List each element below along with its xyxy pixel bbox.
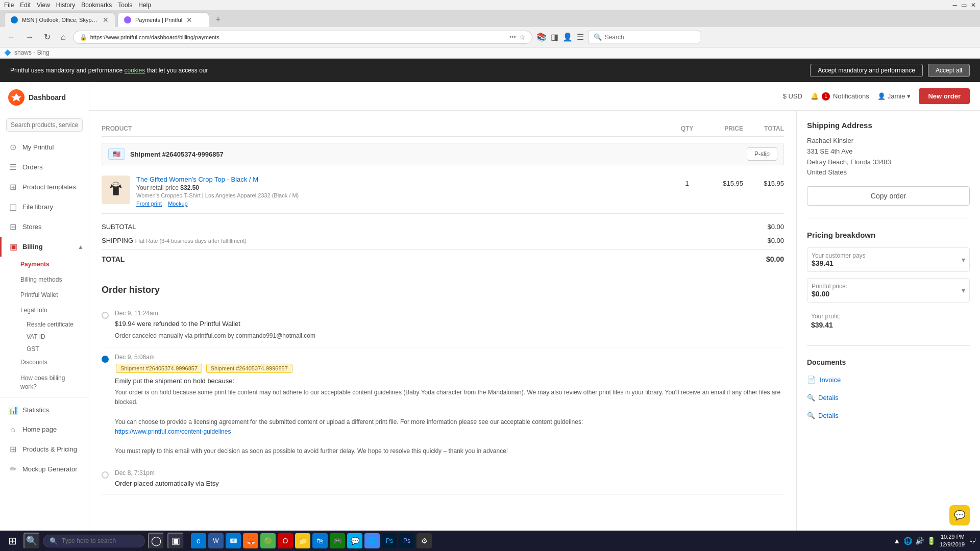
menu-file[interactable]: File [4, 2, 14, 9]
tab-msn-close[interactable]: ✕ [103, 16, 109, 24]
sidebar-sub-resale-certificate[interactable]: Resale certificate [0, 318, 89, 330]
taskbar-word-icon[interactable]: W [208, 533, 224, 548]
address-more-icon[interactable]: ••• [509, 34, 516, 41]
taskbar-firefox-icon[interactable]: 🦊 [243, 533, 258, 548]
sidebar-sub-printful-wallet[interactable]: Printful Wallet [0, 287, 89, 303]
shipping-address-section: Shipping Address Rachael Kinsler 331 SE … [807, 121, 970, 178]
front-print-link[interactable]: Front print [136, 201, 162, 207]
copy-order-button[interactable]: Copy order [807, 186, 970, 206]
sidebar-item-orders[interactable]: ☰ Orders [0, 157, 89, 177]
taskbar-misc-icon[interactable]: ⚙ [416, 533, 432, 548]
content-guidelines-link[interactable]: https://www.printful.com/content-guideli… [115, 428, 231, 435]
containers-icon[interactable]: 📚 [536, 32, 547, 42]
refresh-button[interactable]: ↻ [41, 30, 54, 44]
sidebar-item-stores[interactable]: ⊟ Stores [0, 217, 89, 237]
taskbar-apps: e W 📧 🦊 🟢 O 📁 🛍 🎮 💬 🌐 [191, 533, 432, 548]
topbar-user[interactable]: 👤 Jamie ▾ [877, 92, 911, 100]
browser-search-input[interactable] [605, 34, 681, 41]
new-tab-button[interactable]: + [211, 12, 225, 27]
minimize-btn[interactable]: ─ [952, 2, 957, 9]
mockup-link[interactable]: Mockup [168, 201, 188, 207]
sidebar-sub-gst[interactable]: GST [0, 342, 89, 355]
address-bar[interactable]: 🔒 ••• ☆ [73, 31, 532, 44]
sidebar-item-file-library[interactable]: ◫ File library [0, 197, 89, 217]
topbar-notifications[interactable]: 🔔 1 Notifications [811, 92, 869, 101]
total-col-header: TOTAL [743, 125, 784, 132]
taskbar-chrome-icon[interactable]: 🟢 [260, 533, 276, 548]
accept-mandatory-button[interactable]: Accept mandatory and performance [810, 64, 923, 77]
url-input[interactable] [90, 34, 506, 40]
close-btn[interactable]: ✕ [971, 2, 976, 9]
back-button[interactable]: ← [4, 31, 18, 44]
accept-all-button[interactable]: Accept all [928, 64, 970, 77]
taskbar-files-icon[interactable]: 📁 [295, 533, 310, 548]
forward-button[interactable]: → [22, 31, 37, 44]
sidebar-sub-how-billing[interactable]: How does billing work? [0, 370, 89, 395]
taskbar-volume-icon[interactable]: 🔊 [915, 537, 924, 545]
taskbar-search-input[interactable] [62, 537, 138, 544]
menu-help[interactable]: Help [138, 2, 151, 9]
sidebar-item-product-templates[interactable]: ⊞ Product templates [0, 177, 89, 197]
sidebar-sub-legal-info[interactable]: Legal Info [0, 303, 89, 318]
restore-btn[interactable]: ▭ [961, 2, 967, 9]
sidebar-item-statistics[interactable]: 📊 Statistics [0, 400, 89, 420]
menu-tools[interactable]: Tools [118, 2, 132, 9]
browser-search-bar[interactable]: 🔍 [588, 31, 700, 43]
sidebar-search-input[interactable] [6, 118, 83, 132]
taskbar-search-button[interactable]: 🔍 [23, 533, 40, 549]
menu-edit[interactable]: Edit [20, 2, 31, 9]
sidebar-item-my-printful[interactable]: ⊙ My Printful [0, 137, 89, 157]
shipment-tag-1[interactable]: Shipment #26405374-9996857 [116, 364, 202, 373]
taskbar-photoshop-icon[interactable]: Ps [382, 533, 397, 548]
customer-pays-header[interactable]: Your customer pays $39.41 ▾ [807, 247, 970, 272]
taskbar-battery-icon[interactable]: 🔋 [927, 537, 936, 545]
taskbar-cortana-button[interactable]: ◯ [148, 533, 164, 549]
tab-msn[interactable]: MSN | Outlook, Office, Skype... ✕ [4, 12, 115, 27]
taskbar-skype-icon[interactable]: 💬 [347, 533, 362, 548]
cookie-buttons: Accept mandatory and performance Accept … [810, 64, 970, 77]
taskbar-translate-icon[interactable]: 🌐 [364, 533, 380, 548]
start-button[interactable]: ⊞ [4, 533, 20, 549]
tab-printful[interactable]: Payments | Printful ✕ [117, 12, 209, 27]
bookmark-icon[interactable]: ☆ [519, 33, 526, 41]
taskbar-multitask-button[interactable]: ▣ [167, 533, 184, 549]
invoice-link[interactable]: 📄 Invoice [807, 372, 970, 387]
taskbar-notification-icon[interactable]: 🗨 [969, 537, 976, 545]
sidebar-item-mockup-generator[interactable]: ✏ Mockup Generator [0, 459, 89, 479]
taskbar-store-icon[interactable]: 🛍 [312, 533, 328, 548]
product-name[interactable]: The Gifted Women's Crop Top - Black / M [136, 176, 672, 183]
taskbar-edge-icon[interactable]: e [191, 533, 206, 548]
home-button[interactable]: ⌂ [58, 31, 69, 44]
taskbar-photoshop2-icon[interactable]: Ps [399, 533, 414, 548]
pocket-icon[interactable]: ◨ [551, 32, 558, 42]
taskbar-clock[interactable]: 10:29 PM 12/9/2019 [940, 533, 965, 549]
printful-price-header[interactable]: Printful price: $0.00 ▾ [807, 278, 970, 303]
details-button-1[interactable]: 🔍 Details [807, 391, 970, 405]
extensions-icon[interactable]: ☰ [577, 32, 584, 42]
taskbar-network-icon[interactable]: 🌐 [903, 537, 912, 545]
cookie-link[interactable]: cookies [124, 67, 145, 74]
sidebar-sub-payments[interactable]: Payments [0, 257, 89, 272]
taskbar-search-bar[interactable]: 🔍 [43, 535, 145, 547]
customer-pays-label-group: Your customer pays $39.41 [812, 252, 866, 267]
shipment-tag-2[interactable]: Shipment #26405374-9996857 [206, 364, 292, 373]
sidebar-item-products-pricing[interactable]: ⊞ Products & Pricing [0, 439, 89, 459]
sidebar-sub-vat-id[interactable]: VAT ID [0, 330, 89, 342]
details-button-2[interactable]: 🔍 Details [807, 409, 970, 422]
p-slip-button[interactable]: P-slip [747, 147, 777, 161]
tab-printful-close[interactable]: ✕ [186, 16, 192, 24]
menu-history[interactable]: History [56, 2, 75, 9]
sidebar-item-home-page[interactable]: ⌂ Home page [0, 420, 89, 439]
taskbar-opera-icon[interactable]: O [278, 533, 293, 548]
taskbar-up-icon[interactable]: ▲ [893, 537, 900, 545]
sidebar-sub-billing-methods[interactable]: Billing methods [0, 272, 89, 287]
profile-icon[interactable]: 👤 [562, 32, 573, 42]
chat-button[interactable]: 💬 [949, 505, 970, 525]
menu-bookmarks[interactable]: Bookmarks [81, 2, 112, 9]
menu-view[interactable]: View [37, 2, 50, 9]
taskbar-games-icon[interactable]: 🎮 [330, 533, 345, 548]
sidebar-sub-discounts[interactable]: Discounts [0, 355, 89, 370]
new-order-button[interactable]: New order [919, 88, 970, 104]
sidebar-item-billing[interactable]: ▣ Billing ▲ [0, 237, 89, 257]
taskbar-outlook-icon[interactable]: 📧 [226, 533, 241, 548]
